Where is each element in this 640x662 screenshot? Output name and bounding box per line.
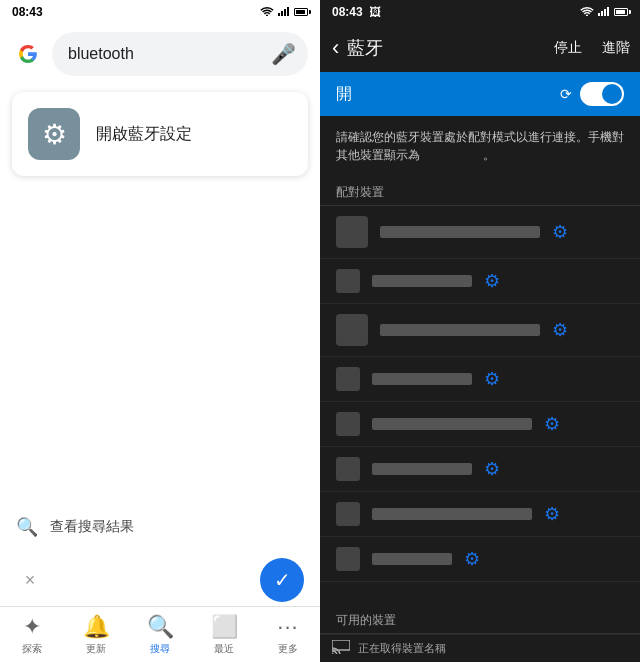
- search-input-wrapper[interactable]: bluetooth 🎤: [52, 32, 308, 76]
- right-header-actions: 停止 進階: [552, 35, 632, 61]
- device-settings-icon-4[interactable]: ⚙: [484, 368, 500, 390]
- device-item-7[interactable]: ⚙: [320, 492, 640, 537]
- device-name-4: [372, 373, 472, 385]
- right-status-icons: [580, 6, 628, 18]
- gallery-icon: 🖼: [369, 5, 381, 19]
- device-name-2: [372, 275, 472, 287]
- wifi-icon: [260, 6, 274, 18]
- device-icon-5: [336, 412, 360, 436]
- left-time: 08:43: [12, 5, 43, 19]
- device-name-8: [372, 553, 452, 565]
- result-card[interactable]: ⚙ 開啟藍牙設定: [12, 92, 308, 176]
- device-icon-3: [336, 314, 368, 346]
- search-results-link[interactable]: 🔍 查看搜尋結果: [0, 504, 320, 550]
- confirm-button[interactable]: ✓: [260, 558, 304, 602]
- nav-item-more[interactable]: ··· 更多: [256, 608, 320, 662]
- device-settings-icon-3[interactable]: ⚙: [552, 319, 568, 341]
- nav-label-more: 更多: [278, 642, 298, 656]
- device-settings-icon-5[interactable]: ⚙: [544, 413, 560, 435]
- left-bottom-area: × ✓: [0, 550, 320, 610]
- nav-label-updates: 更新: [86, 642, 106, 656]
- mic-icon[interactable]: 🎤: [271, 42, 296, 66]
- left-panel: 08:43: [0, 0, 320, 662]
- svg-rect-2: [284, 9, 286, 16]
- nav-item-recent[interactable]: ⬜ 最近: [192, 608, 256, 662]
- device-item-5[interactable]: ⚙: [320, 402, 640, 447]
- right-battery-icon: [614, 8, 628, 16]
- device-name-7: [372, 508, 532, 520]
- right-wifi-icon: [580, 6, 594, 18]
- gear-icon: ⚙: [42, 118, 67, 151]
- right-bottom-bar: 正在取得裝置名稱: [320, 634, 640, 662]
- device-icon-6: [336, 457, 360, 481]
- device-item-3[interactable]: ⚙: [320, 304, 640, 357]
- battery-icon: [294, 8, 308, 16]
- toggle-label: 開: [336, 84, 352, 105]
- device-name-6: [372, 463, 472, 475]
- svg-rect-3: [287, 7, 289, 16]
- left-nav-bar: ✦ 探索 🔔 更新 🔍 搜尋 ⬜ 最近 ··· 更多: [0, 606, 320, 662]
- svg-point-10: [332, 652, 334, 654]
- updates-icon: 🔔: [83, 614, 110, 640]
- cast-icon: [332, 640, 350, 658]
- nav-label-explore: 探索: [22, 642, 42, 656]
- left-status-icons: [260, 6, 308, 18]
- svg-rect-0: [278, 13, 280, 16]
- back-button[interactable]: ‹: [328, 31, 343, 65]
- svg-rect-7: [604, 9, 606, 16]
- settings-icon-circle: ⚙: [28, 108, 80, 160]
- available-section-title: 可用的裝置: [320, 604, 640, 634]
- left-status-bar: 08:43: [0, 0, 320, 24]
- device-settings-icon-8[interactable]: ⚙: [464, 548, 480, 570]
- device-item-4[interactable]: ⚙: [320, 357, 640, 402]
- nav-item-updates[interactable]: 🔔 更新: [64, 608, 128, 662]
- search-nav-icon: 🔍: [147, 614, 174, 640]
- google-logo: [12, 38, 44, 70]
- search-input-text: bluetooth: [68, 45, 134, 63]
- page-title: 藍牙: [347, 36, 383, 60]
- advance-button[interactable]: 進階: [600, 35, 632, 61]
- right-panel: 08:43 🖼 ‹ 藍牙 停止 進階: [320, 0, 640, 662]
- search-results-label: 查看搜尋結果: [50, 518, 134, 536]
- close-button[interactable]: ×: [16, 566, 44, 594]
- svg-rect-6: [601, 11, 603, 16]
- device-list: ⚙ ⚙ ⚙ ⚙ ⚙ ⚙ ⚙: [320, 206, 640, 604]
- device-icon-8: [336, 547, 360, 571]
- device-settings-icon-1[interactable]: ⚙: [552, 221, 568, 243]
- nav-item-explore[interactable]: ✦ 探索: [0, 608, 64, 662]
- svg-rect-1: [281, 11, 283, 16]
- stop-button[interactable]: 停止: [552, 35, 584, 61]
- right-header: ‹ 藍牙 停止 進階: [320, 24, 640, 72]
- more-icon: ···: [277, 614, 298, 640]
- right-signal-icon: [598, 6, 610, 18]
- bluetooth-toggle[interactable]: [580, 82, 624, 106]
- loading-indicator: ⟳: [560, 86, 572, 102]
- device-item-1[interactable]: ⚙: [320, 206, 640, 259]
- device-settings-icon-6[interactable]: ⚙: [484, 458, 500, 480]
- device-item-8[interactable]: ⚙: [320, 537, 640, 582]
- device-settings-icon-7[interactable]: ⚙: [544, 503, 560, 525]
- device-icon-7: [336, 502, 360, 526]
- device-icon-2: [336, 269, 360, 293]
- paired-section-title: 配對裝置: [320, 176, 640, 206]
- explore-icon: ✦: [23, 614, 41, 640]
- device-name-3: [380, 324, 540, 336]
- device-icon-4: [336, 367, 360, 391]
- svg-rect-8: [607, 7, 609, 16]
- device-icon-1: [336, 216, 368, 248]
- signal-icon: [278, 6, 290, 18]
- nav-label-recent: 最近: [214, 642, 234, 656]
- svg-rect-5: [598, 13, 600, 16]
- right-time: 08:43: [332, 5, 363, 19]
- device-settings-icon-2[interactable]: ⚙: [484, 270, 500, 292]
- result-label: 開啟藍牙設定: [96, 124, 192, 145]
- nav-item-search[interactable]: 🔍 搜尋: [128, 608, 192, 662]
- description-text: 請確認您的藍牙裝置處於配對模式以進行連接。手機對其他裝置顯示為 。: [320, 116, 640, 176]
- device-name-1: [380, 226, 540, 238]
- search-bar: bluetooth 🎤: [0, 24, 320, 84]
- right-header-left: ‹ 藍牙: [328, 31, 383, 65]
- device-item-6[interactable]: ⚙: [320, 447, 640, 492]
- device-item-2[interactable]: ⚙: [320, 259, 640, 304]
- nav-label-search: 搜尋: [150, 642, 170, 656]
- search-query-icon: 🔍: [16, 516, 38, 538]
